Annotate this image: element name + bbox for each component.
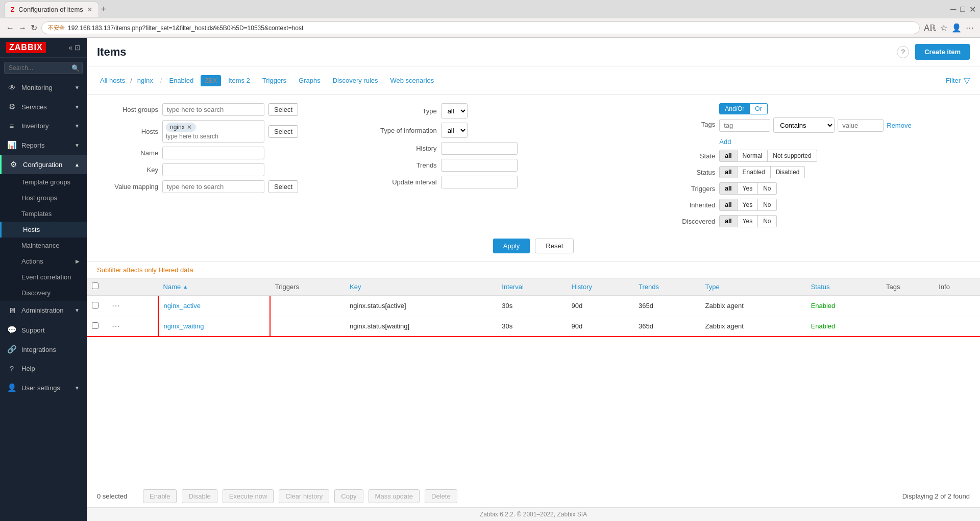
tags-remove-link[interactable]: Remove	[887, 122, 911, 129]
sidebar-item-reports[interactable]: 📊 Reports ▼	[0, 135, 87, 155]
state-normal-btn[interactable]: Normal	[738, 150, 768, 162]
sidebar-item-administration[interactable]: 🖥 Administration ▼	[0, 301, 87, 320]
reset-btn[interactable]: Reset	[535, 239, 574, 253]
reload-btn[interactable]: ↻	[31, 23, 37, 33]
favorites-btn[interactable]: ☆	[940, 23, 947, 33]
select-all-checkbox[interactable]	[92, 282, 99, 289]
value-mapping-input[interactable]	[162, 180, 264, 193]
filter-toggle-btn[interactable]: Filter ▽	[946, 76, 970, 85]
back-btn[interactable]: ←	[6, 23, 14, 33]
tab-enabled[interactable]: Enabled	[166, 72, 197, 89]
delete-btn[interactable]: Delete	[425, 489, 457, 503]
tab-items[interactable]: Items 2	[225, 72, 253, 89]
discovered-no-btn[interactable]: No	[758, 215, 776, 227]
host-groups-select-btn[interactable]: Select	[268, 103, 298, 116]
row-checkbox[interactable]	[92, 302, 99, 309]
sidebar-item-actions[interactable]: Actions ▶	[0, 253, 87, 269]
row-actions-btn[interactable]: ⋯	[109, 300, 123, 312]
tags-add-link[interactable]: Add	[719, 138, 911, 146]
sidebar-item-maintenance[interactable]: Maintenance	[0, 238, 87, 253]
sidebar-item-support[interactable]: 💬 Support	[0, 320, 87, 340]
row-checkbox[interactable]	[92, 322, 99, 329]
sidebar-item-template-groups[interactable]: Template groups	[0, 174, 87, 190]
sidebar-item-monitoring[interactable]: 👁 Monitoring ▼	[0, 78, 87, 97]
enable-btn[interactable]: Enable	[143, 489, 177, 503]
minimize-btn[interactable]: ─	[950, 5, 956, 14]
inherited-no-btn[interactable]: No	[758, 199, 776, 211]
profile-btn[interactable]: 👤	[951, 23, 962, 33]
sidebar-item-inventory[interactable]: ≡ Inventory ▼	[0, 116, 87, 135]
url-bar[interactable]: 不安全 192.168.183.137/items.php?filter_set…	[41, 21, 920, 34]
tags-contains-select[interactable]: Contains	[773, 117, 835, 133]
tab-web[interactable]: Web scenarios	[387, 72, 437, 89]
row-actions-btn[interactable]: ⋯	[109, 320, 123, 332]
maximize-btn[interactable]: □	[960, 5, 965, 14]
sidebar-item-services[interactable]: ⚙ Services ▼	[0, 97, 87, 116]
sidebar-item-help[interactable]: ? Help	[0, 359, 87, 378]
copy-btn[interactable]: Copy	[334, 489, 363, 503]
sidebar-item-templates[interactable]: Templates	[0, 206, 87, 222]
sidebar-item-host-groups[interactable]: Host groups	[0, 190, 87, 206]
state-all-btn[interactable]: all	[719, 150, 737, 162]
sidebar-item-hosts[interactable]: Hosts	[0, 222, 87, 238]
sidebar-item-event-correlation[interactable]: Event correlation	[0, 269, 87, 285]
tags-or-btn[interactable]: Or	[750, 103, 767, 114]
status-enabled-btn[interactable]: Enabled	[738, 166, 771, 178]
hosts-search-input[interactable]	[166, 133, 261, 140]
toggle-view-btn[interactable]: ⊡	[75, 43, 81, 52]
update-interval-input[interactable]	[441, 176, 518, 188]
sidebar-item-configuration[interactable]: ⚙ Configuration ▲	[0, 155, 87, 174]
value-mapping-select-btn[interactable]: Select	[268, 180, 298, 193]
trends-input[interactable]	[441, 159, 518, 172]
triggers-no-btn[interactable]: No	[758, 182, 776, 195]
mass-update-btn[interactable]: Mass update	[369, 489, 420, 503]
tab-discovery[interactable]: Discovery rules	[330, 72, 381, 89]
read-aloud-btn[interactable]: Aℝ	[924, 23, 936, 33]
close-window-btn[interactable]: ✕	[969, 5, 976, 14]
table-col-status-header[interactable]: Status	[806, 278, 881, 295]
inherited-all-btn[interactable]: all	[719, 199, 737, 211]
breadcrumb-all-hosts[interactable]: All hosts	[97, 72, 128, 89]
disable-btn[interactable]: Disable	[182, 489, 217, 503]
table-col-history-header[interactable]: History	[567, 278, 634, 295]
type-of-info-select[interactable]: all	[441, 123, 468, 138]
inherited-yes-btn[interactable]: Yes	[738, 199, 758, 211]
tab-close-btn[interactable]: ✕	[87, 6, 92, 13]
table-col-key-header[interactable]: Key	[345, 278, 497, 295]
create-item-btn[interactable]: Create item	[915, 44, 970, 60]
tags-and-or-btn[interactable]: And/Or	[719, 103, 750, 114]
discovered-all-btn[interactable]: all	[719, 215, 737, 227]
table-col-trends-header[interactable]: Trends	[633, 278, 700, 295]
history-input[interactable]	[441, 142, 518, 155]
name-input[interactable]	[162, 147, 264, 159]
status-all-btn[interactable]: all	[719, 166, 737, 178]
sidebar-search-input[interactable]	[4, 62, 83, 74]
row-name-link[interactable]: nginx_active	[164, 302, 201, 310]
host-tag-remove-btn[interactable]: ✕	[187, 124, 192, 131]
tags-value-input[interactable]	[838, 119, 884, 132]
forward-btn[interactable]: →	[18, 23, 27, 33]
discovered-yes-btn[interactable]: Yes	[738, 215, 758, 227]
key-input[interactable]	[162, 163, 264, 176]
host-groups-input[interactable]	[162, 103, 264, 116]
help-btn[interactable]: ?	[897, 46, 909, 58]
settings-btn[interactable]: ⋯	[966, 23, 974, 33]
tags-tag-input[interactable]	[719, 119, 770, 132]
status-disabled-btn[interactable]: Disabled	[771, 166, 805, 178]
breadcrumb-host[interactable]: nginx	[134, 72, 156, 89]
table-col-type-header[interactable]: Type	[700, 278, 806, 295]
type-select[interactable]: all	[441, 103, 468, 119]
clear-history-btn[interactable]: Clear history	[279, 489, 329, 503]
sidebar-item-discovery[interactable]: Discovery	[0, 285, 87, 301]
table-col-name-header[interactable]: Name ▲	[158, 278, 270, 295]
tab-triggers[interactable]: Triggers	[259, 72, 289, 89]
execute-now-btn[interactable]: Execute now	[223, 489, 274, 503]
state-not-supported-btn[interactable]: Not supported	[768, 150, 817, 162]
new-tab-btn[interactable]: +	[101, 4, 107, 15]
triggers-all-btn[interactable]: all	[719, 182, 737, 195]
collapse-sidebar-btn[interactable]: «	[68, 43, 72, 52]
sidebar-item-integrations[interactable]: 🔗 Integrations	[0, 340, 87, 359]
row-name-link[interactable]: nginx_waiting	[164, 322, 204, 330]
table-col-interval-header[interactable]: Interval	[497, 278, 566, 295]
tab-graphs[interactable]: Graphs	[296, 72, 324, 89]
